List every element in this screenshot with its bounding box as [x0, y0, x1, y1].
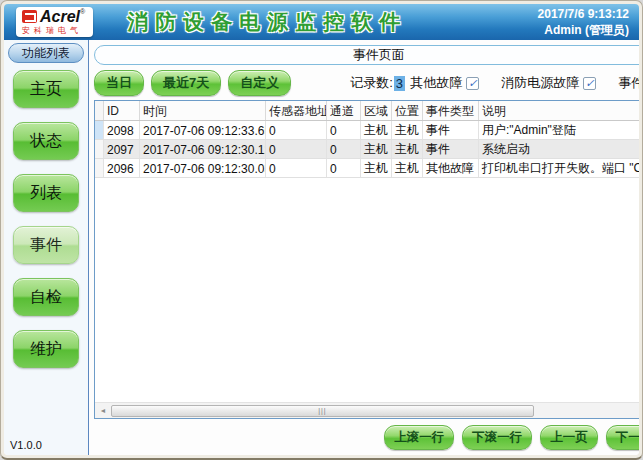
col-header-time[interactable]: 时间	[140, 101, 266, 120]
col-header-event-type[interactable]: 事件类型	[423, 101, 479, 120]
filter-other-fault-label: 其他故障	[410, 74, 462, 92]
check-icon: ✓	[468, 78, 477, 89]
sidebar: 功能列表 主页 状态 列表 事件 自检 维护 V1.0.0	[4, 40, 89, 455]
acrel-logo: Acrel ® 安科瑞电气	[16, 7, 93, 37]
current-user: Admin (管理员)	[538, 22, 629, 38]
table-row[interactable]: 2096 2017-07-06 09:12:30.033 0 0 主机 主机 其…	[95, 159, 639, 178]
page-title: 事件页面	[94, 45, 639, 65]
sidebar-item-maintenance[interactable]: 维护	[13, 330, 79, 368]
cell-zone: 主机	[361, 140, 392, 158]
table-empty-area	[95, 178, 639, 402]
cell-channel: 0	[327, 121, 361, 139]
cell-channel: 0	[327, 140, 361, 158]
app-body: 功能列表 主页 状态 列表 事件 自检 维护 V1.0.0 事件页面 当日 最近…	[4, 40, 639, 455]
range-today-button[interactable]: 当日	[94, 70, 144, 96]
filter-event-label: 事件	[618, 74, 639, 92]
cell-channel: 0	[327, 159, 361, 177]
sidebar-item-home[interactable]: 主页	[13, 70, 79, 108]
row-selector[interactable]	[95, 140, 104, 158]
record-count-label: 记录数:	[350, 74, 393, 92]
col-header-sensor-address[interactable]: 传感器地址	[266, 101, 327, 120]
events-grid: ID 时间 传感器地址 通道 区域 位置 事件类型 说明 2098	[95, 101, 639, 402]
scroll-up-row-button[interactable]: 上滚一行	[384, 425, 454, 450]
events-toolbar: 当日 最近7天 自定义 记录数: 3 其他故障 ✓ 消防电源故障 ✓	[94, 70, 639, 96]
cell-event-type: 事件	[423, 140, 479, 158]
sidebar-header: 功能列表	[8, 43, 84, 63]
logo-row: Acrel ®	[22, 9, 85, 25]
filter-other-fault[interactable]: 其他故障 ✓	[410, 74, 479, 92]
scroll-left-icon[interactable]: ◄	[97, 407, 109, 414]
cell-position: 主机	[392, 121, 423, 139]
range-last7days-button[interactable]: 最近7天	[151, 70, 221, 96]
cell-sensor-address: 0	[266, 140, 327, 158]
cell-id: 2096	[104, 159, 140, 177]
grip-icon: |||	[318, 407, 326, 414]
events-table-content: ID 时间 传感器地址 通道 区域 位置 事件类型 说明 2098	[95, 101, 639, 402]
logo-brand-text: Acrel	[40, 9, 80, 25]
checkbox-checked-icon[interactable]: ✓	[583, 77, 596, 90]
filter-group: 其他故障 ✓ 消防电源故障 ✓ 事件 ✓	[410, 74, 639, 92]
cell-zone: 主机	[361, 159, 392, 177]
cell-position: 主机	[392, 159, 423, 177]
pager: 上滚一行 下滚一行 上一页 下一页	[94, 425, 639, 450]
cell-description: 系统启动	[479, 140, 639, 158]
cell-id: 2098	[104, 121, 140, 139]
header-status: 2017/7/6 9:13:12 Admin (管理员)	[538, 6, 631, 38]
main-panel: 事件页面 当日 最近7天 自定义 记录数: 3 其他故障 ✓ 消防电源故障 ✓	[89, 40, 639, 455]
app-window: Acrel ® 安科瑞电气 消防设备电源监控软件 2017/7/6 9:13:1…	[0, 0, 643, 460]
horizontal-scrollbar[interactable]: ◄ ||| ►	[95, 402, 639, 418]
hscroll-thumb[interactable]: |||	[111, 405, 534, 417]
col-header-zone[interactable]: 区域	[361, 101, 392, 120]
filter-fire-power-fault[interactable]: 消防电源故障 ✓	[501, 74, 596, 92]
sidebar-item-selfcheck[interactable]: 自检	[13, 278, 79, 316]
record-count: 记录数: 3	[350, 74, 405, 92]
cell-position: 主机	[392, 140, 423, 158]
row-selector[interactable]	[95, 121, 104, 139]
check-icon: ✓	[585, 78, 594, 89]
hscroll-track[interactable]: |||	[111, 405, 639, 417]
col-header-position[interactable]: 位置	[392, 101, 423, 120]
col-header-channel[interactable]: 通道	[327, 101, 361, 120]
filter-event[interactable]: 事件 ✓	[618, 74, 639, 92]
checkbox-checked-icon[interactable]: ✓	[466, 77, 479, 90]
scroll-down-row-button[interactable]: 下滚一行	[462, 425, 532, 450]
prev-page-button[interactable]: 上一页	[540, 425, 598, 450]
record-count-value: 3	[394, 76, 405, 91]
next-page-button[interactable]: 下一页	[606, 425, 639, 450]
events-table: ID 时间 传感器地址 通道 区域 位置 事件类型 说明 2098	[94, 100, 639, 419]
cell-description: 打印机串口打开失败。端口 "C	[479, 159, 639, 177]
table-row[interactable]: 2097 2017-07-06 09:12:30.123 0 0 主机 主机 事…	[95, 140, 639, 159]
sidebar-nav: 主页 状态 列表 事件 自检 维护	[13, 70, 79, 368]
version-label: V1.0.0	[10, 439, 42, 451]
filter-fire-power-fault-label: 消防电源故障	[501, 74, 579, 92]
cell-sensor-address: 0	[266, 159, 327, 177]
app-header: Acrel ® 安科瑞电气 消防设备电源监控软件 2017/7/6 9:13:1…	[4, 4, 639, 40]
sidebar-item-status[interactable]: 状态	[13, 122, 79, 160]
registered-mark-icon: ®	[80, 8, 85, 15]
cell-description: 用户:"Admin"登陆	[479, 121, 639, 139]
cell-time: 2017-07-06 09:12:30.033	[140, 159, 266, 177]
col-header-description[interactable]: 说明	[479, 101, 639, 120]
sidebar-item-list[interactable]: 列表	[13, 174, 79, 212]
row-selector-header	[95, 101, 104, 120]
col-header-id[interactable]: ID	[104, 101, 140, 120]
cell-time: 2017-07-06 09:12:30.123	[140, 140, 266, 158]
cell-event-type: 事件	[423, 121, 479, 139]
acrel-logo-icon	[22, 10, 37, 23]
datetime-display: 2017/7/6 9:13:12	[538, 6, 629, 22]
sidebar-item-events[interactable]: 事件	[13, 226, 79, 264]
table-row[interactable]: 2098 2017-07-06 09:12:33.657 0 0 主机 主机 事…	[95, 121, 639, 140]
cell-id: 2097	[104, 140, 140, 158]
row-selector[interactable]	[95, 159, 104, 177]
cell-zone: 主机	[361, 121, 392, 139]
cell-event-type: 其他故障	[423, 159, 479, 177]
logo-subtitle: 安科瑞电气	[22, 27, 85, 35]
table-header-row: ID 时间 传感器地址 通道 区域 位置 事件类型 说明	[95, 101, 639, 121]
cell-sensor-address: 0	[266, 121, 327, 139]
range-custom-button[interactable]: 自定义	[228, 70, 291, 96]
cell-time: 2017-07-06 09:12:33.657	[140, 121, 266, 139]
app-title: 消防设备电源监控软件	[127, 8, 407, 36]
